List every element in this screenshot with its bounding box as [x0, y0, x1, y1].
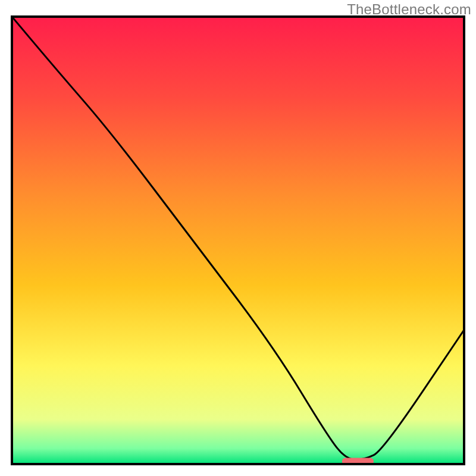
gradient-background — [12, 17, 464, 464]
bottleneck-chart — [0, 0, 476, 476]
chart-container: TheBottleneck.com — [0, 0, 476, 476]
watermark-text: TheBottleneck.com — [347, 1, 471, 18]
